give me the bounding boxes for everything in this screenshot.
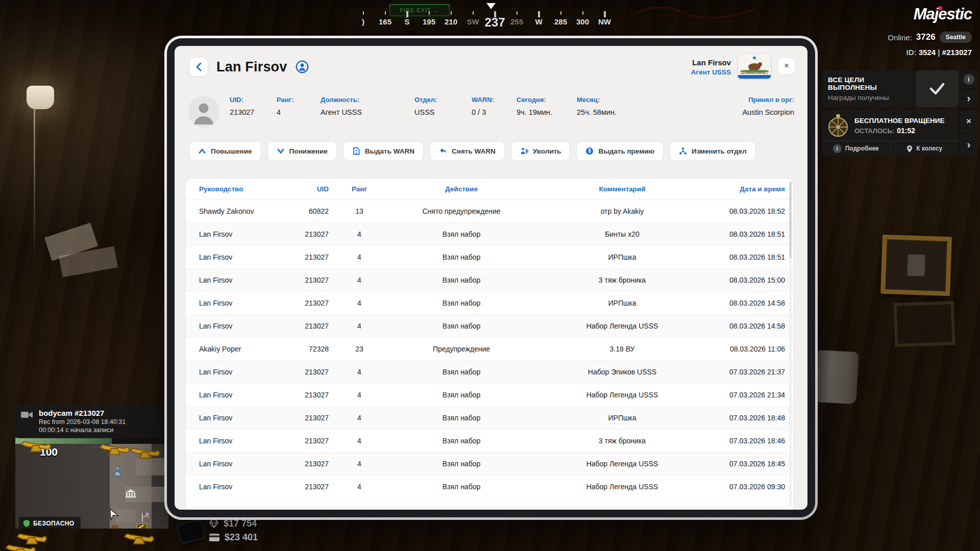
cell-date: 07.03.2026 09:30 (712, 483, 793, 491)
majestic-logo: Majestic (914, 5, 972, 23)
compass-item: W (528, 11, 550, 30)
cell-leader: Akakiy Poper (186, 345, 280, 353)
fire-button[interactable]: Уволить (511, 141, 571, 161)
cell-rank: 4 (329, 276, 390, 284)
details-label: Подробнее (845, 145, 879, 152)
cell-rank: 4 (329, 414, 390, 422)
cell-leader: Lan Firsov (186, 368, 280, 376)
page-title: Lan Firsov (216, 59, 287, 75)
cell-action: Взял набор (390, 253, 533, 261)
shield-icon (23, 520, 30, 527)
demote-button[interactable]: Понижение (267, 141, 337, 161)
cell-action: Взял набор (390, 299, 533, 307)
compass-items: )165S195210SW237255W285300NW (352, 11, 616, 30)
free-spin-expand-button[interactable]: › (960, 134, 978, 156)
wall-picture-frame (880, 235, 952, 296)
log-row: Lan Firsov2130274Взял наборНабор Легенда… (186, 384, 793, 407)
cell-comment: 3 тяж броника (533, 276, 712, 284)
promote-button[interactable]: Повышение (189, 141, 261, 161)
log-row: Lan Firsov2130274Взял наборНабор Легенда… (186, 453, 793, 475)
cell-uid: 213027 (280, 460, 329, 468)
checkmark-icon (929, 82, 945, 95)
quest-complete-subtitle: Награды получены (828, 94, 909, 102)
back-button[interactable] (189, 57, 208, 77)
compass-tick (406, 11, 408, 17)
profile-field-value: 25ч. 58мин. (577, 108, 643, 116)
profile-field: Месяц:25ч. 58мин. (577, 96, 643, 116)
profile-fields: UID:213027Ранг:4Должность:Агент USSSОтде… (230, 96, 794, 116)
compass-label: 210 (445, 17, 457, 26)
fortune-wheel-icon (827, 114, 849, 137)
cell-leader: Lan Firsov (186, 322, 280, 330)
profile-field-label: Ранг: (277, 96, 309, 104)
cell-comment: Бинты x20 (533, 230, 712, 238)
cell-date: 07.03.2026 21:37 (712, 368, 793, 376)
compass-label: 285 (554, 17, 567, 26)
flag-blue-bar (738, 75, 771, 79)
bonus-button[interactable]: $Выдать премию (576, 141, 664, 161)
to-wheel-button[interactable]: К колесу (890, 141, 959, 156)
remove-warn-button[interactable]: Снять WARN (430, 141, 505, 161)
cell-action: Взял набор (390, 460, 533, 468)
log-row: Lan Firsov2130274Взял наборИРПшка08.03.2… (186, 292, 793, 315)
cell-rank: 4 (329, 460, 390, 468)
cell-leader: Lan Firsov (186, 460, 280, 468)
bag-blip-icon (111, 524, 118, 529)
free-spin-close-button[interactable]: × (960, 110, 978, 133)
bodycam-rec-line: Rec from 2026-03-08 18:40:31 (39, 418, 126, 425)
change-dept-button[interactable]: Изменить отдел (670, 141, 756, 161)
cell-uid: 60822 (280, 207, 329, 215)
minimap-terrain (15, 444, 110, 529)
cell-rank: 4 (329, 253, 390, 261)
cell-rank: 4 (329, 437, 390, 445)
log-row: Lan Firsov2130274Взял наборНабор Эпиков … (186, 361, 793, 384)
cell-leader: Lan Firsov (186, 276, 280, 284)
compass-label: 195 (423, 17, 435, 26)
compass-label: 255 (510, 17, 523, 26)
give-warn-icon (352, 147, 360, 155)
gold-seesaw-marker (4, 541, 37, 551)
action-buttons: ПовышениеПонижениеВыдать WARNСнять WARNУ… (189, 141, 756, 161)
cell-date: 08.03.2026 14:58 (712, 299, 793, 307)
give-warn-button[interactable]: Выдать WARN (343, 141, 424, 161)
cell-rank: 4 (329, 368, 390, 376)
cell-rank: 23 (329, 345, 390, 353)
cell-action: Взял набор (390, 230, 533, 238)
free-spin-timer: ОСТАЛОСЬ:01:52 (854, 127, 945, 135)
flag-caption: SAN ANDREAS REPUBLIC (738, 72, 771, 74)
lamp-pole (34, 109, 35, 262)
table-scrollbar-thumb[interactable] (789, 182, 792, 258)
column-header: Руководство (186, 185, 280, 193)
gem-icon (209, 520, 218, 528)
quest-expand-button[interactable]: › (960, 89, 978, 107)
details-button[interactable]: i Подробнее (822, 141, 890, 156)
action-button-label: Выдать премию (598, 147, 654, 155)
cell-rank: 4 (329, 299, 390, 307)
profile-field-label: Сегодня: (517, 96, 566, 104)
cash-row: $17 754 (209, 518, 258, 529)
action-button-label: Уволить (533, 147, 561, 155)
table-scrollbar[interactable] (789, 182, 792, 507)
free-spin-top: БЕСПЛАТНОЕ ВРАЩЕНИЕ ОСТАЛОСЬ:01:52 (822, 110, 959, 141)
log-table-header: РуководствоUIDРангДействиеКомментарийДат… (186, 179, 793, 200)
profile-field-value: 9ч. 19мин. (517, 108, 566, 116)
id-label: ID: (906, 48, 917, 57)
money-hud: $17 754 $23 401 (209, 518, 258, 543)
cell-uid: 213027 (280, 437, 329, 445)
profile-field-label: Отдел: (414, 96, 460, 104)
column-header: UID (280, 185, 329, 193)
tablet-bezel: Lan Firsov Lan Firsov Агент USSS ★ (167, 38, 815, 517)
close-button[interactable]: × (778, 57, 795, 74)
compass-tick (604, 11, 606, 17)
bonus-icon: $ (585, 147, 594, 155)
cell-uid: 213027 (280, 368, 329, 376)
free-spin-timer-label: ОСТАЛОСЬ: (854, 127, 894, 135)
cell-rank: 4 (329, 322, 390, 330)
cell-uid: 213027 (280, 230, 329, 238)
column-header: Ранг (329, 185, 390, 193)
quest-info-button[interactable]: i (960, 70, 978, 88)
flag-bear-icon (745, 60, 764, 71)
action-button-label: Выдать WARN (365, 147, 414, 155)
log-table: РуководствоUIDРангДействиеКомментарийДат… (186, 179, 793, 510)
compass-tick (363, 11, 364, 15)
